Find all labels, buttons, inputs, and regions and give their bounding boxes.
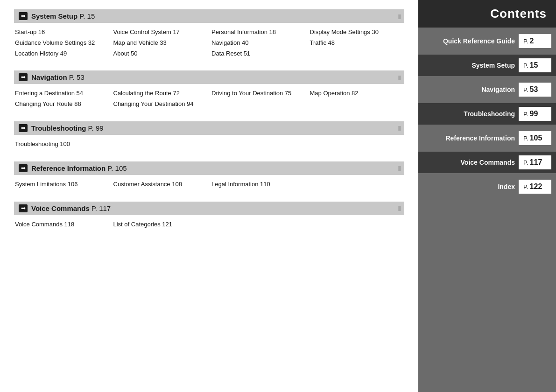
section-item[interactable]: Guidance Volume Settings 32 — [15, 38, 109, 48]
section-item — [310, 180, 404, 189]
section-arrow-icon: ➡ — [19, 73, 28, 81]
p-label: P. — [523, 62, 528, 69]
section-header-reference-information[interactable]: ➡Reference Information P. 105 — [14, 161, 404, 175]
section-item — [211, 140, 305, 149]
section-items: Troubleshooting 100 — [14, 138, 404, 153]
p-label: P. — [523, 183, 528, 190]
section-arrow-icon: ➡ — [19, 12, 28, 20]
page-number: 53 — [530, 85, 538, 93]
section-item[interactable]: Personal Information 18 — [211, 28, 305, 37]
section-item[interactable]: Calculating the Route 72 — [113, 89, 207, 98]
section-navigation: ➡Navigation P. 53Entering a Destination … — [14, 70, 404, 113]
p-label: P. — [523, 111, 528, 118]
page-number: 15 — [530, 61, 538, 69]
section-item[interactable]: Voice Commands 118 — [15, 220, 109, 230]
section-item — [310, 220, 404, 230]
section-arrow-icon: ➡ — [19, 124, 28, 132]
section-item[interactable]: Customer Assistance 108 — [113, 180, 207, 189]
section-arrow-icon: ➡ — [19, 204, 28, 212]
sidebar-item-page-box: P.117 — [519, 155, 551, 169]
sidebar-item-troubleshooting[interactable]: TroubleshootingP.99 — [418, 103, 556, 125]
section-page: P. 99 — [88, 124, 104, 132]
sidebar-item-index[interactable]: IndexP.122 — [418, 180, 556, 194]
sidebar-item-label: Quick Reference Guide — [423, 37, 519, 45]
section-items: Voice Commands 118List of Categories 121 — [14, 218, 404, 233]
section-title: Voice Commands — [31, 204, 90, 212]
p-label: P. — [523, 135, 528, 142]
section-arrow-icon: ➡ — [19, 164, 28, 172]
section-item[interactable]: Start-up 16 — [15, 28, 109, 37]
section-header-system-setup[interactable]: ➡System Setup P. 15 — [14, 9, 404, 23]
section-item — [113, 140, 207, 149]
sidebar-item-page-box: P.15 — [519, 58, 551, 72]
sidebar-item-label: System Setup — [423, 62, 519, 69]
page-number: 2 — [530, 37, 534, 45]
p-label: P. — [523, 38, 528, 45]
sidebar-item-quick-reference-guide[interactable]: Quick Reference GuideP.2 — [418, 34, 556, 48]
section-item[interactable]: Entering a Destination 54 — [15, 89, 109, 98]
section-item — [310, 49, 404, 59]
page-number: 117 — [530, 158, 542, 166]
section-item — [310, 99, 404, 109]
sidebar-item-reference-information[interactable]: Reference InformationP.105 — [418, 131, 556, 145]
p-label: P. — [523, 86, 528, 93]
section-item[interactable]: Display Mode Settings 30 — [310, 28, 404, 37]
p-label: P. — [523, 159, 528, 166]
sidebar-item-label: Index — [423, 183, 519, 190]
section-title: Troubleshooting — [31, 124, 86, 132]
section-item[interactable]: Legal Information 110 — [211, 180, 305, 189]
section-item[interactable]: Changing Your Route 88 — [15, 99, 109, 109]
sidebar-item-navigation[interactable]: NavigationP.53 — [418, 83, 556, 97]
section-items: Entering a Destination 54Calculating the… — [14, 87, 404, 113]
page-number: 105 — [530, 134, 542, 142]
section-system-setup: ➡System Setup P. 15Start-up 16Voice Cont… — [14, 9, 404, 62]
sidebar-item-label: Reference Information — [423, 134, 519, 142]
sidebar: Contents Quick Reference GuideP.2System … — [418, 0, 556, 392]
section-header-navigation[interactable]: ➡Navigation P. 53 — [14, 70, 404, 84]
section-item[interactable]: System Limitations 106 — [15, 180, 109, 189]
page-number: 99 — [530, 110, 538, 118]
section-title: Navigation — [31, 73, 67, 81]
section-items: Start-up 16Voice Control System 17Person… — [14, 26, 404, 62]
section-item[interactable]: Troubleshooting 100 — [15, 140, 109, 149]
sidebar-item-system-setup[interactable]: System SetupP.15 — [418, 55, 556, 76]
section-header-voice-commands[interactable]: ➡Voice Commands P. 117 — [14, 202, 404, 215]
section-item[interactable]: About 50 — [113, 49, 207, 59]
section-page: P. 117 — [91, 204, 111, 212]
section-item[interactable]: List of Categories 121 — [113, 220, 207, 230]
section-title: Reference Information — [31, 164, 106, 172]
section-item — [211, 220, 305, 230]
section-item[interactable]: Changing Your Destination 94 — [113, 99, 207, 109]
section-item[interactable]: Navigation 40 — [211, 38, 305, 48]
sidebar-item-label: Troubleshooting — [423, 110, 519, 118]
section-title: System Setup — [31, 12, 77, 20]
sidebar-item-page-box: P.2 — [519, 34, 551, 48]
section-page: P. 15 — [79, 12, 95, 20]
section-header-troubleshooting[interactable]: ➡Troubleshooting P. 99 — [14, 121, 404, 135]
section-item[interactable]: Data Reset 51 — [211, 49, 305, 59]
section-item — [211, 99, 305, 109]
section-item[interactable]: Voice Control System 17 — [113, 28, 207, 37]
section-page: P. 105 — [107, 164, 127, 172]
section-item — [310, 140, 404, 149]
section-item[interactable]: Traffic 48 — [310, 38, 404, 48]
sidebar-item-label: Navigation — [423, 86, 519, 93]
section-reference-information: ➡Reference Information P. 105System Limi… — [14, 161, 404, 193]
section-item[interactable]: Driving to Your Destination 75 — [211, 89, 305, 98]
sidebar-item-page-box: P.99 — [519, 107, 551, 121]
sidebar-title: Contents — [418, 0, 556, 28]
sidebar-item-label: Voice Commands — [423, 159, 519, 166]
section-voice-commands: ➡Voice Commands P. 117Voice Commands 118… — [14, 202, 404, 233]
section-item[interactable]: Location History 49 — [15, 49, 109, 59]
section-item[interactable]: Map Operation 82 — [310, 89, 404, 98]
section-page: P. 53 — [69, 73, 84, 81]
sidebar-item-voice-commands[interactable]: Voice CommandsP.117 — [418, 152, 556, 173]
sidebar-item-page-box: P.105 — [519, 131, 551, 145]
section-troubleshooting: ➡Troubleshooting P. 99Troubleshooting 10… — [14, 121, 404, 153]
sidebar-item-page-box: P.122 — [519, 180, 551, 194]
page-number: 122 — [530, 182, 542, 190]
main-content: ➡System Setup P. 15Start-up 16Voice Cont… — [0, 0, 418, 392]
section-items: System Limitations 106Customer Assistanc… — [14, 178, 404, 193]
sidebar-item-page-box: P.53 — [519, 83, 551, 97]
section-item[interactable]: Map and Vehicle 33 — [113, 38, 207, 48]
